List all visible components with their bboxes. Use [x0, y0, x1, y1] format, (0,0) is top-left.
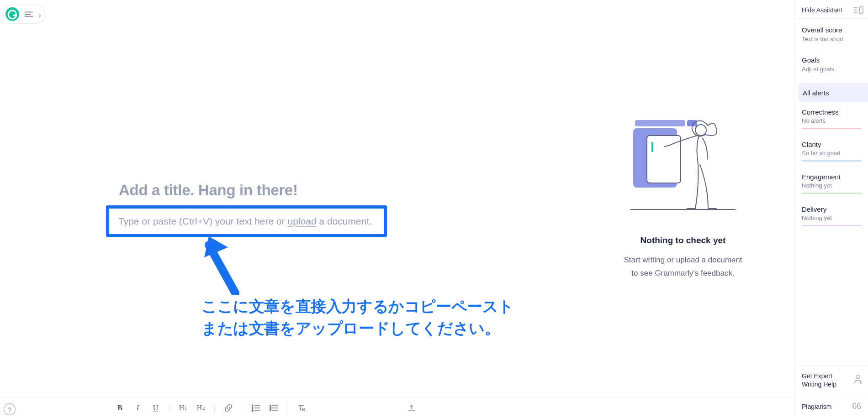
editor-mini-toolbar	[3, 5, 45, 24]
annotation-arrow-icon	[203, 234, 249, 295]
unordered-list-button[interactable]	[265, 401, 281, 415]
grammarly-logo-icon[interactable]	[5, 6, 20, 22]
svg-point-23	[270, 408, 271, 409]
delivery-tab[interactable]: Delivery Nothing yet	[795, 199, 868, 232]
quotes-icon	[852, 402, 863, 412]
correctness-tab[interactable]: Correctness No alerts	[795, 102, 868, 135]
bold-button[interactable]: B	[112, 401, 128, 415]
svg-rect-4	[635, 120, 685, 126]
clarity-underline	[802, 160, 862, 162]
menu-button[interactable]	[21, 6, 37, 22]
svg-point-22	[270, 405, 271, 407]
underline-button[interactable]: U	[148, 401, 164, 415]
empty-state-description: Start writing or upload a document to se…	[585, 254, 781, 280]
annotation-text: ここに文章を直接入力するかコピーペースト または文書をアップロードしてください。	[201, 296, 514, 339]
all-alerts-tab[interactable]: All alerts	[798, 83, 868, 102]
feedback-empty-state: Nothing to check yet Start writing or up…	[585, 112, 781, 280]
ordered-list-button[interactable]: 123	[248, 401, 264, 415]
expand-caret-icon[interactable]	[37, 12, 42, 16]
empty-state-title: Nothing to check yet	[585, 235, 781, 246]
svg-text:3: 3	[252, 410, 253, 412]
format-toolbar: B I U H1 H2 123	[0, 397, 795, 418]
clarity-tab[interactable]: Clarity So far so good	[795, 135, 868, 167]
svg-point-15	[856, 375, 860, 379]
expert-help-button[interactable]: Get Expert Writing Help	[795, 366, 868, 395]
engagement-underline	[802, 193, 862, 194]
panel-divider	[795, 81, 868, 81]
body-input-placeholder: Type or paste (Ctrl+V) your text here or…	[118, 216, 372, 227]
assistant-header: Hide Assistant	[795, 0, 868, 19]
panel-layout-icon[interactable]	[853, 6, 863, 14]
correctness-underline	[802, 128, 862, 129]
italic-button[interactable]: I	[130, 401, 146, 415]
title-input-placeholder[interactable]: Add a title. Hang in there!	[119, 182, 298, 199]
delivery-underline	[802, 225, 862, 226]
h2-button[interactable]: H2	[193, 401, 209, 415]
svg-point-24	[270, 410, 271, 411]
empty-state-illustration-icon	[630, 112, 736, 219]
goals-section[interactable]: Goals Adjust goals	[795, 49, 868, 79]
toolbar-separator	[214, 403, 215, 413]
editor-expand-button[interactable]	[404, 401, 419, 415]
help-button[interactable]: ?	[4, 403, 16, 415]
toolbar-separator	[287, 403, 287, 413]
person-icon	[853, 374, 863, 386]
assistant-panel: Hide Assistant Overall score Text is too…	[795, 0, 868, 418]
toolbar-separator	[169, 403, 169, 413]
toolbar-separator	[242, 403, 242, 413]
body-input[interactable]: Type or paste (Ctrl+V) your text here or…	[106, 205, 387, 237]
engagement-tab[interactable]: Engagement Nothing yet	[795, 167, 868, 199]
overall-score-section[interactable]: Overall score Text is too short	[795, 19, 868, 49]
plagiarism-button[interactable]: Plagiarism	[795, 395, 868, 418]
h1-button[interactable]: H1	[175, 401, 191, 415]
clear-formatting-button[interactable]	[293, 401, 309, 415]
svg-point-10	[695, 125, 706, 136]
upload-link[interactable]: upload	[288, 216, 317, 226]
svg-rect-14	[859, 7, 863, 13]
link-button[interactable]	[220, 401, 236, 415]
hide-assistant-button[interactable]: Hide Assistant	[802, 6, 842, 14]
